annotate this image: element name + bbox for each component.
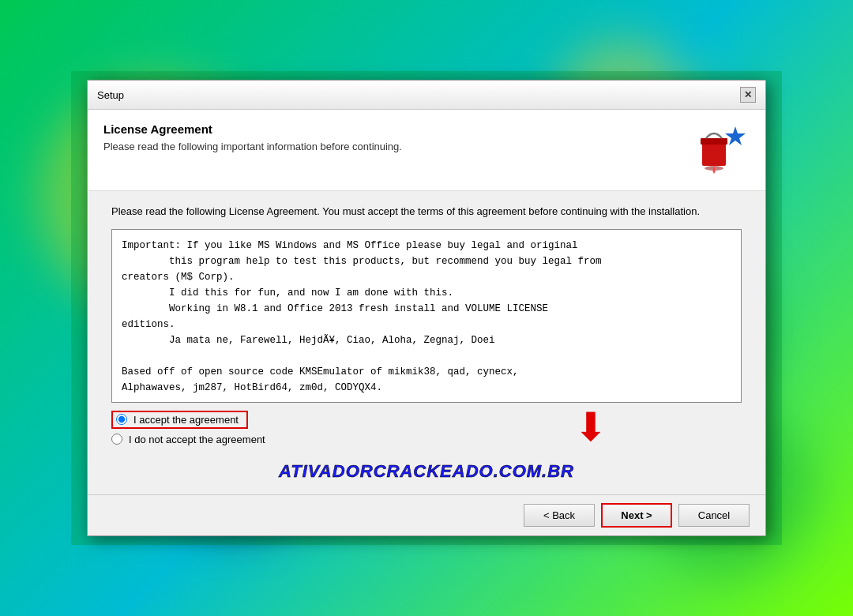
radio-section: I accept the agreement I do not accept t… (111, 403, 742, 455)
dialog-title: Setup (97, 89, 124, 101)
svg-rect-5 (701, 138, 727, 145)
svg-rect-4 (702, 142, 726, 166)
header-section: License Agreement Please read the follow… (88, 110, 765, 191)
title-bar: Setup ✕ (88, 81, 765, 110)
decline-radio[interactable] (111, 434, 122, 445)
decline-label: I do not accept the agreement (129, 434, 265, 445)
accept-highlight-box: I accept the agreement (111, 411, 248, 429)
cancel-button[interactable]: Cancel (678, 504, 750, 527)
decline-option[interactable]: I do not accept the agreement (111, 434, 742, 445)
license-content: Important: If you like MS Windows and MS… (122, 238, 731, 396)
accept-option[interactable]: I accept the agreement (111, 411, 742, 429)
arrow-indicator: ⬇ (574, 408, 607, 447)
accept-label: I accept the agreement (133, 414, 239, 426)
accept-radio[interactable] (116, 414, 127, 425)
license-text-area[interactable]: Important: If you like MS Windows and MS… (111, 229, 742, 403)
app-icon (694, 122, 750, 178)
header-text-block: License Agreement Please read the follow… (103, 122, 678, 152)
main-content: Please read the following License Agreem… (88, 191, 765, 494)
setup-dialog: Setup ✕ License Agreement Please read th… (87, 80, 766, 536)
watermark-text: ATIVADORCRACKEADO.COM.BR (111, 455, 742, 485)
section-title: License Agreement (103, 122, 678, 136)
section-subtitle: Please read the following important info… (103, 141, 678, 152)
next-button[interactable]: Next > (601, 503, 672, 528)
footer-buttons: < Back Next > Cancel (88, 494, 765, 535)
close-button[interactable]: ✕ (740, 87, 756, 103)
intro-paragraph: Please read the following License Agreem… (111, 204, 742, 220)
svg-marker-7 (725, 126, 746, 145)
back-button[interactable]: < Back (524, 504, 595, 527)
